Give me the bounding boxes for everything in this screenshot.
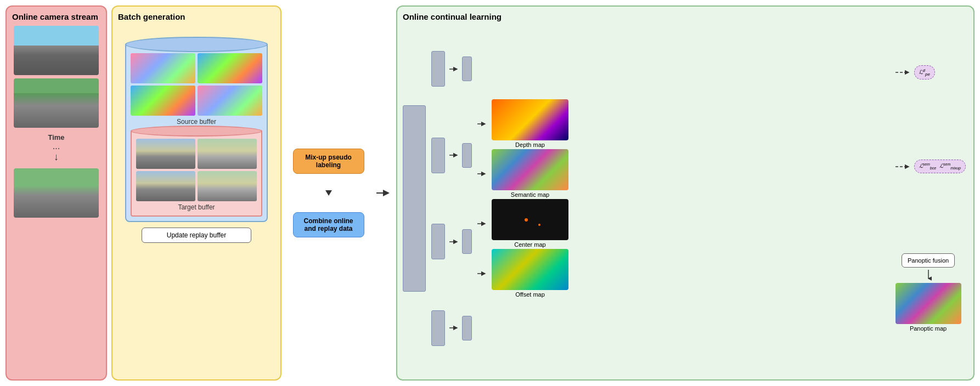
down-arrow xyxy=(325,190,332,196)
learning-title: Online continual learning xyxy=(403,12,968,21)
semantic-row: Semantic map xyxy=(477,149,889,198)
middle-arrow xyxy=(375,5,392,381)
panoptic-map-label: Panoptic map xyxy=(910,325,947,332)
mixup-box: Mix-up pseudo labeling xyxy=(293,149,364,174)
offset-row: Offset map xyxy=(477,249,889,298)
semantic-map-image xyxy=(492,149,568,190)
panoptic-map-container: Panoptic map xyxy=(895,283,961,332)
main-encoder xyxy=(403,105,426,292)
decoder-rect-3 xyxy=(431,224,445,259)
sem-bce-label: ℒsembce xyxy=(919,162,937,170)
depth-map-label: Depth map xyxy=(515,141,545,148)
panoptic-fusion-label: Panoptic fusion xyxy=(908,257,949,264)
panoptic-fusion-box: Panoptic fusion xyxy=(902,253,955,268)
semantic-loss-row: ℒsembce ℒsemmixup xyxy=(895,160,966,173)
time-indicator: Time ... ↓ xyxy=(48,131,64,165)
camera-img-1 xyxy=(14,26,99,75)
decoder-row-3 xyxy=(431,224,445,259)
source-img-1 xyxy=(131,53,195,83)
decoder-rect-4 xyxy=(431,310,445,346)
target-img-1 xyxy=(136,139,195,169)
offset-map-label: Offset map xyxy=(515,291,545,298)
head-col xyxy=(449,26,472,371)
decoder-row-2 xyxy=(431,138,445,173)
sem-mixup-label: ℒsemmixup xyxy=(939,162,961,170)
offset-map-image xyxy=(492,249,568,290)
cylinder-container: Source buffer Target buffer xyxy=(125,26,268,222)
head-rect-1 xyxy=(462,56,472,81)
head-rect-4 xyxy=(462,316,472,340)
decoder-rect-1 xyxy=(431,51,445,87)
depth-loss-box: ℒdpe xyxy=(914,65,935,80)
combine-label: Combine online and replay data xyxy=(304,217,353,232)
center-map-label: Center map xyxy=(514,241,545,248)
mixup-label: Mix-up pseudo labeling xyxy=(305,154,352,169)
panoptic-map-image xyxy=(895,283,961,324)
center-map-image xyxy=(492,199,568,240)
source-buffer-grid xyxy=(131,53,262,116)
panoptic-col: Panoptic fusion Panoptic map xyxy=(895,253,961,332)
main-encoder-col xyxy=(403,105,426,292)
head-row-4 xyxy=(449,316,472,340)
semantic-map-label: Semantic map xyxy=(511,191,549,198)
camera-title: Online camera stream xyxy=(12,12,100,21)
target-img-3 xyxy=(136,171,195,201)
camera-img-2 xyxy=(14,78,99,128)
target-img-2 xyxy=(198,139,257,169)
main-container: Online camera stream Time ... ↓ Batch ge… xyxy=(0,0,980,386)
decoder-row-1 xyxy=(431,51,445,87)
target-buffer-label: Target buffer xyxy=(136,203,257,211)
center-row: Center map xyxy=(477,199,889,248)
update-replay-label: Update replay buffer xyxy=(167,231,227,239)
outputs-col: Depth map Semantic map xyxy=(477,99,889,298)
depth-loss-row: ℒdpe xyxy=(895,65,935,80)
decoder-col xyxy=(431,26,445,371)
panel-camera: Online camera stream Time ... ↓ xyxy=(5,5,107,381)
center-map-container: Center map xyxy=(492,199,568,248)
source-img-4 xyxy=(198,86,262,116)
target-img-4 xyxy=(198,171,257,201)
right-side-col: ℒdpe ℒsembce ℒsemmixup Panoptic fusion xyxy=(895,26,966,371)
down-arrow-area xyxy=(325,190,332,196)
update-replay-box: Update replay buffer xyxy=(142,228,251,243)
head-rect-3 xyxy=(462,229,472,254)
camera-img-3 xyxy=(14,168,99,218)
decoder-rect-2 xyxy=(431,138,445,173)
semantic-map-container: Semantic map xyxy=(492,149,568,198)
panel-middle: Mix-up pseudo labeling Combine online an… xyxy=(286,5,371,381)
head-row-3 xyxy=(449,229,472,254)
depth-loss-label: ℒ xyxy=(919,69,923,75)
source-buffer-label: Source buffer xyxy=(131,118,262,126)
depth-row: Depth map xyxy=(477,99,889,148)
camera-images: Time ... ↓ xyxy=(12,26,100,374)
depth-map-image xyxy=(492,99,568,140)
target-buffer-grid xyxy=(136,139,257,201)
panel-batch: Batch generation xyxy=(111,5,281,381)
head-row-1 xyxy=(449,56,472,81)
depth-map-container: Depth map xyxy=(492,99,568,148)
learning-inner: Depth map Semantic map xyxy=(403,26,968,371)
panel-learning: Online continual learning xyxy=(396,5,975,381)
head-rect-2 xyxy=(462,143,472,168)
combine-box: Combine online and replay data xyxy=(293,212,364,237)
batch-title: Batch generation xyxy=(118,12,275,21)
head-row-2 xyxy=(449,143,472,168)
offset-map-container: Offset map xyxy=(492,249,568,298)
decoder-row-4 xyxy=(431,310,445,346)
source-img-3 xyxy=(131,86,195,116)
sem-loss-box: ℒsembce ℒsemmixup xyxy=(914,160,966,173)
source-img-2 xyxy=(198,53,262,83)
